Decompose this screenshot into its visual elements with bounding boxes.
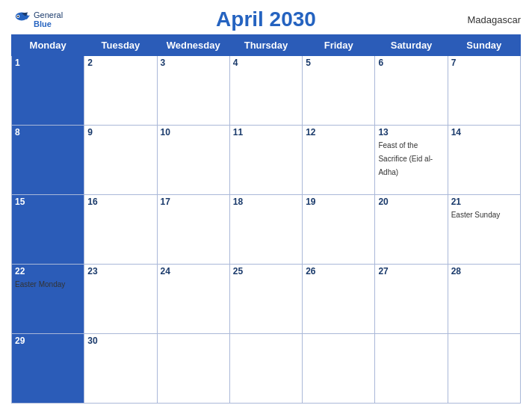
day-cell-8: 8 (12, 126, 84, 195)
day-cell-empty (303, 334, 375, 404)
day-number: 5 (306, 58, 371, 68)
day-number: 27 (378, 266, 444, 276)
day-cell-22: 22Easter Monday (12, 265, 84, 334)
day-cell-empty (157, 334, 229, 404)
week-row-4: 2930 (12, 334, 521, 404)
day-cell-21: 21Easter Sunday (448, 195, 520, 265)
day-number: 10 (161, 127, 226, 137)
col-header-wednesday: Wednesday (157, 35, 229, 56)
day-number: 17 (161, 197, 226, 207)
day-number: 2 (87, 58, 153, 68)
day-cell-2: 2 (84, 56, 157, 126)
day-cell-13: 13Feast of the Sacrifice (Eid al-Adha) (375, 126, 448, 195)
col-header-sunday: Sunday (448, 35, 520, 56)
day-cell-empty (229, 334, 302, 404)
day-number: 21 (451, 197, 517, 207)
day-cell-19: 19 (303, 195, 375, 265)
col-header-saturday: Saturday (375, 35, 448, 56)
day-cell-empty (448, 334, 520, 404)
logo: General Blue (11, 10, 63, 28)
day-number: 7 (451, 58, 517, 68)
week-row-3: 22Easter Monday232425262728 (12, 265, 521, 334)
day-number: 19 (306, 197, 371, 207)
logo-line1: General (34, 10, 63, 19)
day-cell-3: 3 (157, 56, 229, 126)
day-cell-4: 4 (229, 56, 302, 126)
day-cell-24: 24 (157, 265, 229, 334)
calendar-header: General Blue April 2030 Madagascar (11, 7, 521, 31)
day-cell-9: 9 (84, 126, 157, 195)
country-label: Madagascar (467, 14, 521, 25)
col-header-friday: Friday (303, 35, 375, 56)
event-label: Easter Monday (15, 280, 65, 288)
day-number: 8 (15, 127, 81, 137)
day-number: 12 (306, 127, 371, 137)
day-number: 9 (87, 127, 153, 137)
day-cell-29: 29 (12, 334, 84, 404)
day-cell-25: 25 (229, 265, 302, 334)
day-cell-30: 30 (84, 334, 157, 404)
day-number: 14 (451, 127, 517, 137)
day-number: 30 (87, 336, 153, 346)
day-number: 25 (233, 266, 299, 276)
week-row-2: 15161718192021Easter Sunday (12, 195, 521, 265)
day-number: 20 (378, 197, 444, 207)
day-number: 18 (233, 197, 299, 207)
day-cell-1: 1 (12, 56, 84, 126)
col-header-tuesday: Tuesday (84, 35, 157, 56)
day-number: 6 (378, 58, 444, 68)
day-number: 26 (306, 266, 371, 276)
day-cell-23: 23 (84, 265, 157, 334)
week-row-1: 8910111213Feast of the Sacrifice (Eid al… (12, 126, 521, 195)
col-header-thursday: Thursday (229, 35, 302, 56)
calendar-table: MondayTuesdayWednesdayThursdayFridaySatu… (11, 34, 521, 404)
day-cell-26: 26 (303, 265, 375, 334)
day-cell-16: 16 (84, 195, 157, 265)
day-cell-14: 14 (448, 126, 520, 195)
day-headers-row: MondayTuesdayWednesdayThursdayFridaySatu… (12, 35, 521, 56)
svg-point-4 (17, 16, 19, 17)
day-cell-7: 7 (448, 56, 520, 126)
col-header-monday: Monday (12, 35, 84, 56)
day-number: 23 (87, 266, 153, 276)
day-number: 15 (15, 197, 81, 207)
day-cell-20: 20 (375, 195, 448, 265)
day-cell-11: 11 (229, 126, 302, 195)
calendar-title: April 2030 (216, 7, 316, 31)
day-number: 3 (161, 58, 226, 68)
day-number: 11 (233, 127, 299, 137)
day-cell-6: 6 (375, 56, 448, 126)
event-label: Easter Sunday (451, 211, 501, 219)
day-number: 22 (15, 266, 81, 276)
day-number: 16 (87, 197, 153, 207)
day-number: 29 (15, 336, 81, 346)
day-cell-28: 28 (448, 265, 520, 334)
day-number: 28 (451, 266, 517, 276)
logo-line2: Blue (34, 19, 63, 28)
day-cell-12: 12 (303, 126, 375, 195)
day-cell-18: 18 (229, 195, 302, 265)
day-cell-17: 17 (157, 195, 229, 265)
day-cell-empty (375, 334, 448, 404)
week-row-0: 1234567 (12, 56, 521, 126)
day-cell-27: 27 (375, 265, 448, 334)
day-cell-10: 10 (157, 126, 229, 195)
day-number: 1 (15, 58, 81, 68)
day-cell-15: 15 (12, 195, 84, 265)
day-number: 13 (378, 127, 444, 137)
day-cell-5: 5 (303, 56, 375, 126)
day-number: 4 (233, 58, 299, 68)
event-label: Feast of the Sacrifice (Eid al-Adha) (378, 141, 433, 176)
day-number: 24 (161, 266, 226, 276)
